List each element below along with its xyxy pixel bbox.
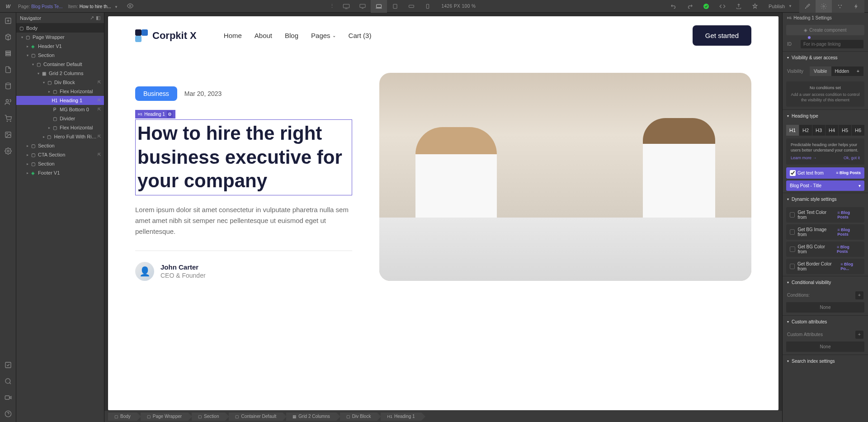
tree-section-3[interactable]: ▸▢Section: [16, 159, 104, 168]
pages-icon[interactable]: [4, 33, 13, 42]
crumb-div-block[interactable]: ▢Div Block: [340, 413, 377, 421]
h2-button[interactable]: H2: [799, 125, 812, 136]
video-icon[interactable]: [4, 393, 13, 402]
learn-more-link[interactable]: Learn more →: [791, 155, 817, 161]
crumb-page-wrapper[interactable]: ▢Page Wrapper: [141, 413, 188, 421]
tree-header-v1[interactable]: ▸◈Header V1: [16, 42, 104, 51]
h3-button[interactable]: H3: [812, 125, 825, 136]
tree-heading-1[interactable]: H1Heading 1⇱: [16, 96, 104, 105]
redo-icon[interactable]: [684, 0, 696, 13]
tree-mg-bottom[interactable]: PMG Bottom 0⇱: [16, 105, 104, 114]
canvas-dimensions[interactable]: 1426 PX 100 %: [441, 4, 476, 9]
add-condition-button[interactable]: +: [855, 291, 863, 299]
h1-button[interactable]: H1: [786, 125, 799, 136]
pin-icon[interactable]: ⇱: [98, 107, 101, 112]
assets-icon[interactable]: [4, 130, 13, 139]
nav-home[interactable]: Home: [224, 32, 242, 39]
device-tablet-icon[interactable]: [387, 0, 403, 13]
chevron-down-icon[interactable]: ▼: [114, 5, 118, 9]
dyn-bg-image[interactable]: Get BG Image from≡ Blog Posts: [786, 224, 864, 240]
crumb-section[interactable]: ▢Section: [192, 413, 225, 421]
pin-icon[interactable]: ⇱: [98, 98, 101, 103]
hidden-button[interactable]: Hidden: [831, 66, 853, 76]
pin-panel-icon[interactable]: ◧: [96, 15, 100, 21]
nav-cart[interactable]: Cart (3): [349, 32, 372, 39]
heading-type-header[interactable]: ▾Heading type: [783, 110, 868, 122]
checkmark-icon[interactable]: [4, 360, 13, 370]
pin-icon[interactable]: ⇱: [98, 152, 101, 157]
device-mobile-icon[interactable]: [420, 0, 436, 13]
collapse-icon[interactable]: ↗: [90, 15, 94, 21]
nav-blog[interactable]: Blog: [285, 32, 298, 39]
visible-button[interactable]: Visible: [810, 66, 831, 76]
conditional-visibility-header[interactable]: ▾Conditional visibility: [783, 276, 868, 289]
item-indicator[interactable]: Item: How to hire th... ▼: [68, 4, 118, 9]
page-indicator[interactable]: Page: Blog Posts Te...: [18, 4, 63, 9]
tree-hero-full[interactable]: ▸▢Hero Full With Right⇱: [16, 132, 104, 141]
settings-gear-icon[interactable]: [816, 0, 832, 13]
help-icon[interactable]: [4, 409, 13, 418]
get-text-from-binding[interactable]: Get text from ≡ Blog Posts: [786, 167, 864, 179]
style-manager-icon[interactable]: [832, 0, 848, 13]
ecommerce-icon[interactable]: [4, 114, 13, 123]
dyn-bg-color[interactable]: Get BG Color from≡ Blog Posts: [786, 242, 864, 257]
gear-icon[interactable]: ⚙: [167, 111, 173, 118]
pin-icon[interactable]: ⇱: [98, 134, 101, 139]
export-icon[interactable]: [732, 0, 745, 13]
category-badge[interactable]: Business: [135, 86, 177, 101]
device-desktop-xl-icon[interactable]: [338, 0, 354, 13]
code-icon[interactable]: [716, 0, 729, 13]
h6-button[interactable]: H6: [852, 125, 864, 136]
id-input[interactable]: [801, 40, 863, 48]
add-visibility-icon[interactable]: +: [853, 66, 863, 76]
preview-icon[interactable]: [127, 3, 134, 10]
search-icon[interactable]: [4, 377, 13, 386]
search-index-header[interactable]: ▾Search index settings: [783, 355, 868, 367]
tree-flex-horizontal-2[interactable]: ▸▢Flex Horizontal: [16, 123, 104, 132]
get-started-button[interactable]: Get started: [693, 25, 751, 46]
status-ok-icon[interactable]: [700, 0, 712, 13]
pin-icon[interactable]: ⇱: [98, 80, 101, 85]
undo-icon[interactable]: [667, 0, 680, 13]
tree-grid-2-columns[interactable]: ▾▦Grid 2 Columns: [16, 69, 104, 78]
publish-button[interactable]: Publish▼: [765, 4, 796, 9]
users-icon[interactable]: [4, 98, 13, 107]
webflow-logo-icon[interactable]: W: [4, 2, 13, 11]
h4-button[interactable]: H4: [826, 125, 838, 136]
tree-divider[interactable]: ▢Divider: [16, 114, 104, 123]
audit-icon[interactable]: [749, 0, 761, 13]
selected-element-tag[interactable]: H1 Heading 1 ⚙: [135, 110, 175, 119]
visibility-section-header[interactable]: ▾Visibility & user access: [783, 52, 868, 64]
post-title-heading[interactable]: How to hire the right business executive…: [135, 119, 352, 195]
tree-div-block[interactable]: ▾▢Div Block⇱: [16, 78, 104, 87]
crumb-container[interactable]: ▢Container Default: [229, 413, 283, 421]
device-mobile-landscape-icon[interactable]: [403, 0, 420, 13]
navigator-icon[interactable]: [4, 49, 13, 58]
ok-got-it-button[interactable]: Ok, got it: [844, 155, 860, 161]
dyn-text-color[interactable]: Get Text Color from≡ Blog Posts: [786, 207, 864, 223]
crumb-body[interactable]: ▢Body: [108, 413, 137, 421]
nav-about[interactable]: About: [255, 32, 272, 39]
components-icon[interactable]: [4, 65, 13, 74]
brush-icon[interactable]: [799, 0, 816, 13]
crumb-heading[interactable]: H1Heading 1: [381, 413, 421, 421]
tree-page-wrapper[interactable]: ▾▢Page Wrapper: [16, 33, 104, 42]
cms-icon[interactable]: [4, 81, 13, 90]
device-desktop-icon[interactable]: [354, 0, 371, 13]
cms-field-selector[interactable]: Blog Post - Title ▾: [786, 180, 864, 191]
tree-section[interactable]: ▾▢Section: [16, 51, 104, 60]
tree-container-default[interactable]: ▾▢Container Default: [16, 60, 104, 69]
dyn-border-color[interactable]: Get Border Color from≡ Blog Po...: [786, 259, 864, 274]
tree-flex-horizontal[interactable]: ▸▢Flex Horizontal: [16, 87, 104, 96]
site-logo[interactable]: Corpkit X: [135, 29, 197, 42]
custom-attributes-header[interactable]: ▾Custom attributes: [783, 316, 868, 328]
tree-section-2[interactable]: ▸▢Section: [16, 141, 104, 150]
cms-checkbox[interactable]: [790, 170, 796, 176]
canvas[interactable]: Corpkit X Home About Blog Pages ⌄ Cart (…: [108, 16, 778, 410]
nav-pages[interactable]: Pages ⌄: [311, 32, 336, 39]
tree-cta-section[interactable]: ▸▢CTA Section⇱: [16, 150, 104, 159]
dynamic-style-header[interactable]: ▾Dynamic style settings: [783, 193, 868, 205]
crumb-grid[interactable]: ▦Grid 2 Columns: [286, 413, 336, 421]
add-element-icon[interactable]: [4, 16, 13, 25]
interactions-icon[interactable]: [848, 0, 864, 13]
